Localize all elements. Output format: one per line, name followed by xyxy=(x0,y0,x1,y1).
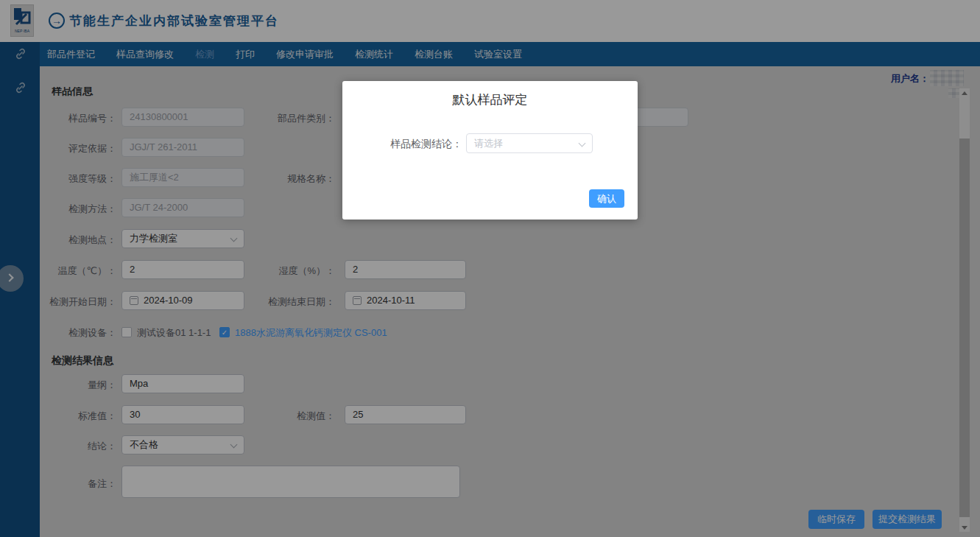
default-sample-evaluation-dialog: 默认样品评定 样品检测结论： 请选择 确认 xyxy=(342,81,638,220)
confirm-button[interactable]: 确认 xyxy=(589,189,624,208)
select-placeholder: 请选择 xyxy=(474,138,503,149)
dialog-title: 默认样品评定 xyxy=(342,91,638,108)
chevron-down-icon xyxy=(579,140,586,147)
app-window: NEP·IBA → 节能生产企业内部试验室管理平台 部品件登记 样品查询修改 检… xyxy=(0,0,980,537)
sample-conclusion-label: 样品检测结论： xyxy=(357,138,462,151)
sample-conclusion-select[interactable]: 请选择 xyxy=(466,133,593,153)
